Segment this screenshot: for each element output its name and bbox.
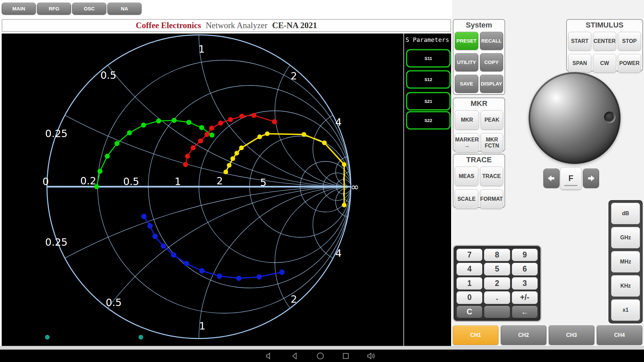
mkr-button-marker-to[interactable]: MARKER → [455,133,479,153]
system-button-recall[interactable]: RECALL [480,32,503,50]
system-panel-title: System [455,21,503,29]
system-button-copy[interactable]: COPY [480,53,503,71]
s-parameters-heading: S Parameters [406,36,451,43]
trace-blue-point [171,252,176,258]
keypad-key-plus-minus[interactable]: +/- [512,291,538,304]
trace-blue-point [279,269,285,275]
unit-button-ghz[interactable]: GHz [611,227,640,248]
channel-button-ch2[interactable]: CH2 [501,325,546,345]
volume-down-icon[interactable] [265,352,274,360]
stimulus-button-power[interactable]: POWER [618,54,641,73]
step-down-button[interactable] [543,169,559,188]
rotary-knob[interactable] [529,72,621,164]
channel-button-ch3[interactable]: CH3 [549,325,594,345]
system-button-utility[interactable]: UTILITY [455,53,478,71]
nav-tab-main[interactable]: MAIN [2,3,36,15]
unit-button-db[interactable]: dB [611,203,640,224]
s-param-button-s22[interactable]: S22 [406,111,450,129]
stimulus-button-span[interactable]: SPAN [568,54,591,73]
smith-chart-panel: 00.20.5125∞0.250.51244210.50.25 S Parame… [2,34,451,346]
brand-name: Coffee Electronics [136,21,201,30]
keypad-key-8[interactable]: 8 [484,249,510,261]
keypad-key-6[interactable]: 6 [512,263,538,275]
trace-yellow [226,134,344,205]
trace-yellow-point [223,170,228,174]
trace-button-scale[interactable]: SCALE [455,189,478,209]
keypad-key-0[interactable]: 0 [457,291,482,304]
trace-green-point [141,123,146,128]
keypad-key-4[interactable]: 4 [457,263,482,275]
keypad-key-3[interactable]: 3 [512,277,538,290]
step-up-button[interactable] [583,169,599,188]
recents-icon[interactable] [341,352,350,360]
s-param-button-s21[interactable]: S21 [406,92,450,110]
channel-button-ch4[interactable]: CH4 [597,325,642,345]
unit-button-mhz[interactable]: MHz [611,251,640,273]
channel-button-ch1[interactable]: CH1 [453,325,498,345]
system-button-preset[interactable]: PRESET [455,32,478,50]
stimulus-button-center[interactable]: CENTER [593,32,616,51]
trace-yellow-point [342,203,346,207]
status-dot [45,335,50,340]
product-name: Network Analyzer [206,21,267,30]
stimulus-button-cw[interactable]: CW [593,54,616,73]
keypad-key-7[interactable]: 7 [457,249,482,261]
svg-text:0.2: 0.2 [80,175,96,187]
trace-yellow-point [302,132,306,137]
trace-button-trace[interactable]: TRACE [480,167,503,186]
trace-panel: TRACE MEASTRACESCALEFORMAT [453,154,505,208]
trace-yellow-point [234,151,239,156]
stimulus-button-start[interactable]: START [568,32,591,51]
mkr-button-mkr-fctn[interactable]: MKR FCTN [481,133,503,153]
keypad-key-5[interactable]: 5 [484,263,510,275]
s-parameters-panel: S Parameters S11S12S21S22 [404,34,451,346]
trace-green-point [127,130,132,135]
s-param-button-s11[interactable]: S11 [406,49,450,67]
svg-text:1: 1 [174,176,181,187]
unit-button-x1[interactable]: x1 [611,299,640,321]
s-param-button-s12[interactable]: S12 [406,70,450,88]
volume-up-icon[interactable] [367,352,376,360]
svg-text:4: 4 [335,116,341,128]
nav-tab-rfg[interactable]: RFG [37,3,71,15]
keypad-key-clear[interactable]: C [457,306,482,318]
keypad-key-2[interactable]: 2 [484,277,510,290]
trace-green [97,120,212,187]
keypad-key-backspace[interactable]: ← [512,306,538,318]
title-bar: Coffee Electronics Network Analyzer CE-N… [2,19,451,32]
trace-blue-point [161,243,166,249]
trace-green-point [105,154,110,159]
trace-yellow-point [257,134,262,139]
mkr-button-peak[interactable]: PEAK [481,110,503,130]
nav-tab-osc[interactable]: OSC [72,3,106,15]
trace-button-meas[interactable]: MEAS [455,167,478,186]
trace-green-point [186,120,192,125]
svg-text:0.5: 0.5 [100,69,116,81]
stimulus-button-stop[interactable]: STOP [618,32,641,51]
trace-button-format[interactable]: FORMAT [480,189,503,209]
trace-yellow-point [322,140,327,145]
trace-blue-point [257,274,262,280]
model-number: CE-NA 2021 [272,21,317,30]
units-panel: dBGHzMHzKHzx1 [608,200,643,323]
system-button-save[interactable]: SAVE [455,75,478,93]
mkr-button-mkr[interactable]: MKR [455,110,479,130]
keypad-key-blank[interactable] [484,306,510,318]
entry-field-button[interactable]: F [560,167,582,189]
keypad-key-9[interactable]: 9 [512,249,538,261]
home-icon[interactable] [316,352,325,360]
trace-yellow-point [230,156,235,161]
trace-panel-title: TRACE [455,156,503,164]
system-button-display[interactable]: DISPLAY [480,75,503,93]
back-icon[interactable] [290,352,299,360]
trace-yellow-point [227,163,231,168]
nav-tab-na[interactable]: NA [107,3,142,15]
trace-green-point [94,184,99,189]
trace-red-point [272,119,277,124]
unit-button-khz[interactable]: KHz [611,275,640,297]
system-panel: System PRESETRECALLUTILITYCOPYSAVEDISPLA… [453,19,505,95]
svg-text:0: 0 [42,176,49,187]
keypad-key-dot[interactable]: . [484,291,510,304]
trace-red-point [205,132,210,137]
keypad-key-1[interactable]: 1 [457,277,482,290]
